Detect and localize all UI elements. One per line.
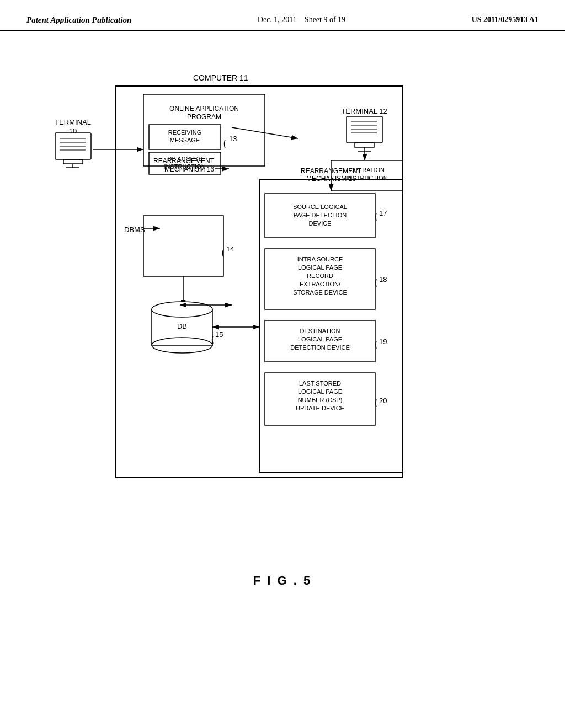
- rearrangement-label2: MECHANISM 16: [306, 175, 356, 183]
- last-stored-label2: LOGICAL PAGE: [298, 388, 342, 395]
- rearrangement-label: REARRANGEMENT: [301, 167, 362, 175]
- online-app-label2: PROGRAM: [187, 113, 221, 121]
- page-header: Patent Application Publication Dec. 1, 2…: [0, 0, 565, 31]
- destination-label: DESTINATION: [300, 328, 340, 334]
- num19: 19: [379, 338, 387, 346]
- db-access2: INSTRUCTION: [164, 163, 205, 170]
- patent-number: US 2011/0295913 A1: [472, 15, 539, 24]
- sheet-info: Sheet 9 of 19: [305, 15, 345, 24]
- publication-title: Patent Application Publication: [26, 15, 131, 25]
- main-content: COMPUTER 11 ONLINE APPLICATION PROGRAM R…: [0, 31, 565, 557]
- figure-caption: F I G . 5: [0, 574, 565, 588]
- terminal12-label: TERMINAL 12: [341, 107, 387, 115]
- last-stored-label3: NUMBER (CSP): [298, 397, 343, 403]
- svg-point-8: [152, 302, 212, 317]
- source-logical-label3: DEVICE: [309, 220, 332, 227]
- header-center: Dec. 1, 2011 Sheet 9 of 19: [258, 15, 345, 24]
- num13: 13: [229, 135, 237, 143]
- svg-rect-5: [143, 216, 223, 276]
- receiving-msg2: MESSAGE: [170, 137, 200, 143]
- terminal10-label: TERMINAL: [55, 118, 91, 126]
- computer-label: COMPUTER 11: [193, 73, 248, 82]
- pub-date: Dec. 1, 2011: [258, 15, 297, 24]
- svg-rect-12: [63, 159, 83, 164]
- intra-source-label: INTRA SOURCE: [297, 256, 343, 263]
- patent-diagram: COMPUTER 11 ONLINE APPLICATION PROGRAM R…: [33, 53, 530, 533]
- source-logical-label2: PAGE DETECTION: [294, 212, 347, 218]
- receiving-msg: RECEIVING: [168, 129, 202, 136]
- source-logical-label: SOURCE LOGICAL: [293, 204, 347, 210]
- last-stored-label: LAST STORED: [299, 380, 341, 387]
- num15: 15: [215, 330, 223, 339]
- svg-rect-21: [355, 143, 374, 147]
- destination-label2: LOGICAL PAGE: [298, 336, 342, 342]
- last-stored-label4: UPDATE DEVICE: [296, 405, 344, 411]
- num14: 14: [226, 245, 234, 253]
- num20: 20: [379, 397, 387, 405]
- svg-rect-20: [347, 116, 382, 143]
- online-app-label: ONLINE APPLICATION: [169, 105, 239, 113]
- dbms-label: DBMS: [124, 226, 145, 234]
- terminal10-num: 10: [69, 127, 77, 135]
- intra-source-label2: LOGICAL PAGE: [298, 264, 342, 271]
- num18: 18: [379, 275, 387, 283]
- db-label: DB: [177, 322, 187, 330]
- num17: 17: [379, 209, 387, 217]
- destination-label3: DETECTION DEVICE: [290, 344, 350, 351]
- db-access: DB ACCESS: [168, 156, 202, 162]
- intra-source-label3: RECORD: [307, 272, 333, 279]
- intra-source-label5: STORAGE DEVICE: [293, 289, 347, 296]
- intra-source-label4: EXTRACTION/: [300, 281, 341, 287]
